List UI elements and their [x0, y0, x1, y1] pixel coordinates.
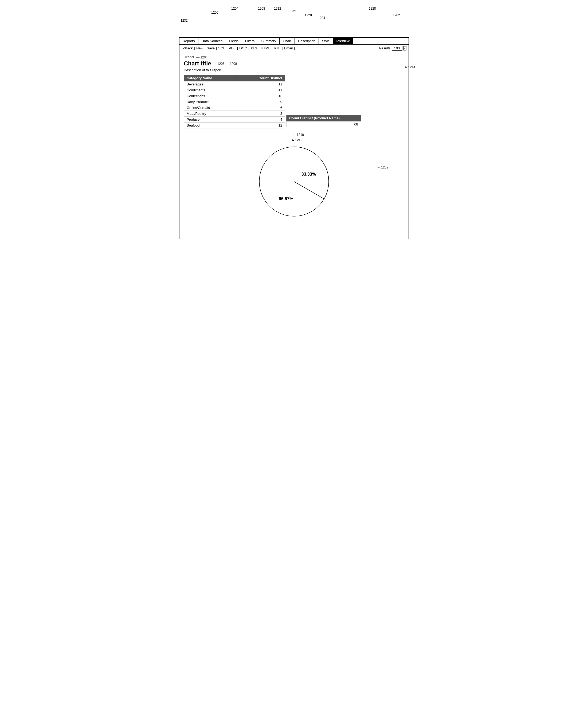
tab-summary[interactable]: Summary	[258, 38, 279, 44]
table-row: Dairy Products 9	[184, 99, 285, 105]
annotation-1228: 1224	[318, 16, 325, 20]
results-input[interactable]	[392, 46, 402, 51]
cell-category: Dairy Products	[184, 99, 236, 105]
report-description: Description of this report	[184, 68, 404, 72]
toolbar-save[interactable]: Save	[205, 46, 216, 51]
toolbar-email[interactable]: Email	[283, 46, 294, 51]
content-area: Header — 1204 Chart title ← 1206 —1208 D…	[180, 52, 408, 239]
chart-title: Chart title	[184, 60, 211, 67]
data-table: Category Name Count Distinct Beverages 1…	[184, 75, 285, 128]
tab-description[interactable]: Description	[295, 38, 319, 44]
cell-category: Seafood	[184, 123, 236, 128]
table-row: Beverages 11	[184, 81, 285, 87]
tab-data-sources[interactable]: Data Sources	[198, 38, 226, 44]
summary-header: Count Distinct (Product Name)	[286, 115, 361, 122]
annotation-1222: 1212	[274, 7, 281, 10]
cell-count: 4	[236, 117, 285, 123]
toolbar-rtf[interactable]: RTF	[272, 46, 282, 51]
cell-category: Grains/Cereals	[184, 105, 236, 111]
toolbar-doc[interactable]: DOC	[238, 46, 248, 51]
toolbar-xls[interactable]: XLS	[249, 46, 258, 51]
toolbar: <Back | New | Save | SQL | PDF | DOC | X…	[180, 45, 408, 52]
cell-count: 13	[236, 93, 285, 99]
cell-category: Condiments	[184, 87, 236, 93]
annotation-1204-inline: — 1204	[196, 56, 208, 59]
tab-bar: Reports Data Sources Fields Filters Summ…	[180, 38, 408, 45]
annotation-1216: 1200	[211, 11, 218, 15]
summary-table: Count Distinct (Product Name) 68	[286, 115, 361, 127]
results-label: Results	[379, 46, 391, 50]
table-row: Confections 13	[184, 93, 285, 99]
tab-reports[interactable]: Reports	[180, 38, 198, 44]
annotation-1220: 1208	[258, 7, 265, 10]
pie-label-2: 66.67%	[279, 196, 293, 201]
pie-chart: 33.33% 66.67%	[257, 144, 331, 219]
annotation-1226: 1220	[305, 13, 312, 17]
cell-count: 11	[236, 81, 285, 87]
toolbar-pdf[interactable]: PDF	[228, 46, 237, 51]
tab-preview[interactable]: Preview	[333, 38, 353, 44]
cell-count: 2	[236, 111, 285, 117]
annotation-1230: 1232	[181, 19, 188, 22]
table-row: Condiments 11	[184, 87, 285, 93]
annotation-1200: 1228	[369, 7, 376, 10]
tab-style[interactable]: Style	[319, 38, 333, 44]
tab-chart[interactable]: Chart	[279, 38, 295, 44]
annotation-1206-inline: ← 1206	[213, 62, 225, 66]
annotation-1214: ↳ 1214	[404, 65, 415, 69]
toolbar-back[interactable]: <Back	[182, 46, 194, 51]
table-row: Grains/Cereals 6	[184, 105, 285, 111]
toolbar-results: Results v	[379, 46, 406, 51]
annotation-1232: ← 1232	[377, 166, 388, 169]
summary-row: 68	[286, 122, 361, 127]
cell-category: Produce	[184, 117, 236, 123]
pie-chart-area: 33.33% 66.67% ← 1232	[184, 144, 404, 219]
annotation-1218: 1204	[231, 7, 238, 10]
cell-count: 6	[236, 105, 285, 111]
col-header-category: Category Name	[184, 75, 236, 81]
summary-value: 68	[286, 122, 361, 127]
cell-count: 11	[236, 87, 285, 93]
tab-filters[interactable]: Filters	[242, 38, 258, 44]
annotation-1208-inline: —1208	[227, 62, 237, 66]
annotation-1224: 1216	[291, 9, 298, 13]
annotation-1212: ↳ 1212	[292, 138, 302, 142]
col-header-count: Count Distinct	[236, 75, 285, 81]
header-label: Header	[184, 55, 194, 59]
toolbar-new[interactable]: New	[195, 46, 205, 51]
table-row: Meat/Poultry 2	[184, 111, 285, 117]
toolbar-sql[interactable]: SQL	[217, 46, 227, 51]
cell-count: 9	[236, 99, 285, 105]
page-wrapper: 1232 1200 1204 1208 1212 1216 1220 1224 …	[179, 21, 409, 239]
table-row: Produce 4	[184, 117, 285, 123]
table-row: Seafood 12	[184, 123, 285, 128]
results-dropdown[interactable]: v	[403, 46, 407, 50]
tab-fields[interactable]: Fields	[226, 38, 242, 44]
annotation-1202: 1202	[393, 13, 400, 17]
cell-count: 12	[236, 123, 285, 128]
annotation-1210: ← 1210	[293, 133, 304, 137]
pie-label-1: 33.33%	[301, 172, 316, 176]
cell-category: Confections	[184, 93, 236, 99]
cell-category: Meat/Poultry	[184, 111, 236, 117]
cell-category: Beverages	[184, 81, 236, 87]
ui-box: Reports Data Sources Fields Filters Summ…	[179, 37, 409, 239]
toolbar-html[interactable]: HTML	[259, 46, 271, 51]
